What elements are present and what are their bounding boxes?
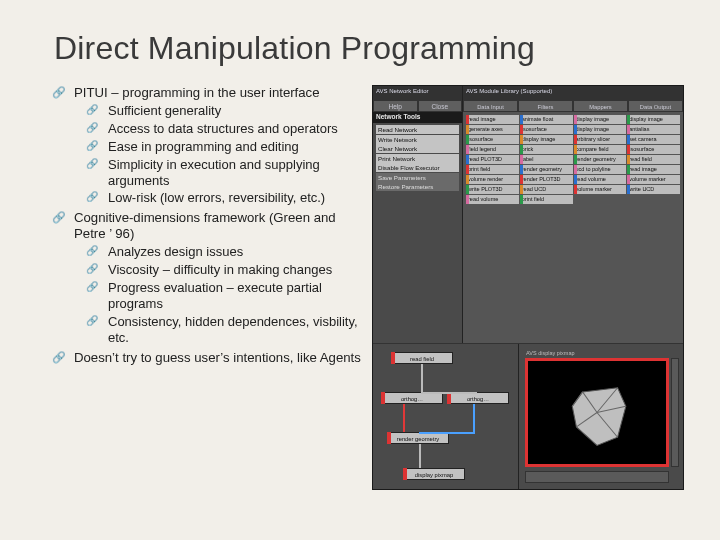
module-tab[interactable]: Data Input [463,100,518,112]
module-card[interactable]: compare field [574,145,627,154]
module-card[interactable]: label [520,155,573,164]
module-card[interactable]: print field [520,195,573,204]
figure-column: AVS Network Editor Help Close Network To… [372,85,686,490]
module-card[interactable]: ucd to polyline [574,165,627,174]
module-card[interactable]: set camera [627,135,680,144]
outline-item: Cognitive-dimensions framework (Green an… [54,210,364,345]
avs-top-panels: AVS Network Editor Help Close Network To… [373,86,683,344]
module-card[interactable]: volume marker [627,175,680,184]
module-card[interactable]: brick [520,145,573,154]
wire [403,404,405,432]
module-card[interactable]: read volume [466,195,519,204]
outline-list: PITUI – programming in the user interfac… [54,85,364,366]
module-card[interactable]: render geometry [574,155,627,164]
module-card[interactable]: read PLOT3D [466,155,519,164]
module-card[interactable]: arbitrary slicer [574,135,627,144]
network-tools-header: Network Tools [373,112,462,123]
slide-title: Direct Manipulation Programming [54,30,686,67]
network-editor-title: AVS Network Editor [373,86,462,100]
viewer-window: AVS display pixmap [519,344,683,489]
module-library-title: AVS Module Library (Supported) [463,86,683,100]
network-tools-list: Read NetworkWrite NetworkClear NetworkPr… [373,123,462,343]
wire [421,364,423,392]
module-card[interactable]: render geometry [520,165,573,174]
module-card[interactable]: read UCD [520,185,573,194]
module-card[interactable]: display image [574,115,627,124]
module-card[interactable]: read volume [574,175,627,184]
outline-subitem: Low-risk (low errors, reversibility, etc… [88,190,364,206]
module-card[interactable]: animate float [520,115,573,124]
avs-screenshot: AVS Network Editor Help Close Network To… [372,85,684,490]
module-tab[interactable]: Filters [518,100,573,112]
sidebar-item[interactable]: Write Network [376,135,459,144]
module-card[interactable]: display image [574,125,627,134]
module-grid: read imageanimate floatdisplay imagedisp… [463,112,683,343]
module-tab[interactable]: Mappers [573,100,628,112]
sidebar-item[interactable]: Read Network [376,125,459,134]
outline-subitem: Viscosity – difficulty in making changes [88,262,364,278]
vertical-slider[interactable] [671,358,679,467]
outline-subitem: Consistency, hidden dependences, visbili… [88,314,364,346]
outline-item: Doesn’t try to guess user’s intentions, … [54,350,364,366]
close-button[interactable]: Close [418,100,463,112]
module-card[interactable]: read image [627,165,680,174]
module-card[interactable]: display image [627,115,680,124]
module-card[interactable]: isosurface [466,135,519,144]
wire [421,392,477,394]
outline-subitem: Access to data structures and operators [88,121,364,137]
sidebar-item[interactable]: Restore Parameters [376,182,459,191]
module-tab[interactable]: Data Output [628,100,683,112]
module-card[interactable]: volume render [466,175,519,184]
module-card[interactable]: volume marker [574,185,627,194]
outline-column: PITUI – programming in the user interfac… [54,85,364,370]
network-workspace[interactable]: read field orthog… orthog… render geomet… [373,344,519,489]
outline-item: PITUI – programming in the user interfac… [54,85,364,206]
module-card[interactable]: field legend [466,145,519,154]
horizontal-slider[interactable] [525,471,669,483]
module-library-window: AVS Module Library (Supported) Data Inpu… [463,86,683,343]
avs-bottom-panels: read field orthog… orthog… render geomet… [373,344,683,489]
module-card[interactable]: print field [466,165,519,174]
sidebar-item[interactable]: Print Network [376,154,459,163]
module-card[interactable]: write UCD [627,185,680,194]
module-card[interactable]: isosurface [627,145,680,154]
rendered-geometry-icon [528,361,666,464]
sidebar-item[interactable]: Save Parameters [376,173,459,182]
module-card[interactable]: read image [466,115,519,124]
outline-sublist: Analyzes design issuesViscosity – diffic… [74,244,364,345]
help-button[interactable]: Help [373,100,418,112]
slide-body: PITUI – programming in the user interfac… [54,85,686,490]
module-card[interactable]: generate axes [466,125,519,134]
module-card[interactable]: antialias [627,125,680,134]
wire [473,404,475,432]
outline-subitem: Simplicity in execution and supplying ar… [88,157,364,189]
outline-subitem: Ease in programming and editing [88,139,364,155]
node-display-pixmap[interactable]: display pixmap [403,468,465,480]
outline-sublist: Sufficient generalityAccess to data stru… [74,103,364,206]
node-read-field[interactable]: read field [391,352,453,364]
outline-subitem: Sufficient generality [88,103,364,119]
sidebar-item[interactable]: Clear Network [376,144,459,153]
network-editor-window: AVS Network Editor Help Close Network To… [373,86,463,343]
wire [419,432,475,434]
module-card[interactable]: read field [627,155,680,164]
module-card[interactable]: write PLOT3D [466,185,519,194]
viewer-title: AVS display pixmap [523,348,679,358]
viewport[interactable] [525,358,669,467]
outline-subitem: Analyzes design issues [88,244,364,260]
module-card[interactable]: isosurface [520,125,573,134]
module-card[interactable]: display image [520,135,573,144]
module-library-tabs: Data InputFiltersMappersData Output [463,100,683,112]
module-card[interactable]: render PLOT3D [520,175,573,184]
outline-subitem: Progress evaluation – execute partial pr… [88,280,364,312]
wire [419,444,421,468]
sidebar-item[interactable]: Disable Flow Executor [376,163,459,172]
